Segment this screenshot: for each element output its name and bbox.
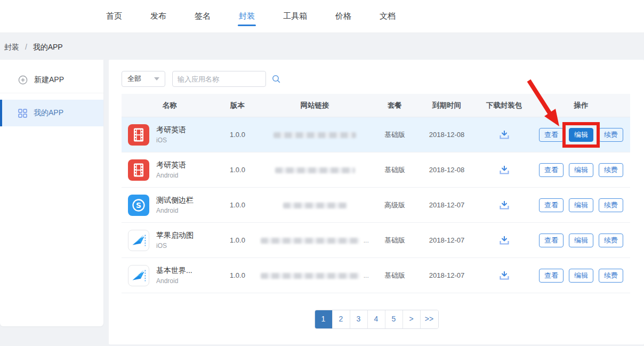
breadcrumb: 封装 / 我的APP xyxy=(4,43,63,52)
renew-button[interactable]: 续费 xyxy=(599,163,623,177)
bird-icon xyxy=(128,230,149,251)
breadcrumb-parent[interactable]: 封装 xyxy=(4,43,19,51)
nav-item-3[interactable]: 签名 xyxy=(194,0,212,33)
table-row: 考研英语 Android 1.0.0 ... 基础版 2018-12-08 查看… xyxy=(122,152,630,188)
edit-annotation-box: 编辑 xyxy=(562,122,600,148)
table-row: 基本世界... Android 1.0.0 ... 基础版 2018-12-07… xyxy=(122,258,630,293)
app-version: 1.0.0 xyxy=(218,271,257,279)
view-button[interactable]: 查看 xyxy=(539,198,564,212)
masked-link xyxy=(275,167,355,173)
header-download: 下载封装包 xyxy=(476,101,532,110)
view-button[interactable]: 查看 xyxy=(539,269,564,283)
download-icon[interactable] xyxy=(498,270,511,281)
app-package: 基础版 xyxy=(372,165,417,175)
s-circle-icon: S xyxy=(128,195,149,216)
chevron-down-icon xyxy=(154,77,159,81)
app-name: 考研英语 xyxy=(156,125,186,135)
app-version: 1.0.0 xyxy=(218,131,257,139)
svg-text:S: S xyxy=(136,201,141,210)
app-expiry: 2018-12-08 xyxy=(417,166,476,174)
app-package: 基础版 xyxy=(372,271,417,280)
main-panel: 全部 名称 版本 网站链接 套餐 到期时间 下载封装包 操作 考研英语 iOS xyxy=(109,60,644,344)
table-row: S 测试侧边栏 Android 1.0.0 ... 高级版 2018-12-07… xyxy=(122,188,630,223)
view-button[interactable]: 查看 xyxy=(539,234,564,247)
header-actions: 操作 xyxy=(532,101,630,110)
masked-link xyxy=(261,273,359,279)
edit-annotation-box: 编辑 xyxy=(569,163,593,177)
search-icon[interactable] xyxy=(271,74,281,84)
app-name: 测试侧边栏 xyxy=(156,196,194,205)
app-platform: Android xyxy=(156,207,194,214)
edit-button[interactable]: 编辑 xyxy=(569,269,593,283)
app-package: 基础版 xyxy=(372,236,417,245)
next-page-button[interactable]: > xyxy=(403,310,421,328)
nav-item-7[interactable]: 文档 xyxy=(379,0,397,33)
app-platform: Android xyxy=(156,172,186,179)
search-box xyxy=(172,71,266,87)
search-input[interactable] xyxy=(178,75,271,83)
masked-link xyxy=(261,238,359,244)
download-icon[interactable] xyxy=(498,199,511,211)
app-platform: iOS xyxy=(156,136,186,144)
plus-circle-icon xyxy=(18,75,28,85)
edit-button[interactable]: 编辑 xyxy=(569,163,593,177)
edit-annotation-box: 编辑 xyxy=(569,198,593,212)
nav-item-4[interactable]: 封装 xyxy=(238,0,256,33)
app-expiry: 2018-12-07 xyxy=(417,201,476,209)
page-button-2[interactable]: 2 xyxy=(333,310,350,328)
nav-item-6[interactable]: 价格 xyxy=(334,0,352,33)
film-icon xyxy=(128,159,149,181)
film-icon xyxy=(128,124,149,146)
header-name: 名称 xyxy=(122,101,218,110)
page-button-5[interactable]: 5 xyxy=(385,310,403,328)
nav-item-1[interactable]: 首页 xyxy=(105,0,123,33)
last-page-button[interactable]: >> xyxy=(421,310,438,328)
renew-button[interactable]: 续费 xyxy=(599,128,623,142)
sidebar-item-1[interactable]: 新建APP xyxy=(0,67,103,93)
app-name: 基本世界... xyxy=(156,266,192,276)
edit-button[interactable]: 编辑 xyxy=(569,234,593,247)
category-select[interactable]: 全部 xyxy=(122,71,165,87)
table-row: 考研英语 iOS 1.0.0 ... 基础版 2018-12-08 查看 编辑 … xyxy=(122,117,630,152)
view-button[interactable]: 查看 xyxy=(539,163,564,177)
renew-button[interactable]: 续费 xyxy=(599,198,623,212)
nav-item-2[interactable]: 发布 xyxy=(149,0,167,33)
pagination: 12345 > >> xyxy=(109,310,644,329)
download-icon[interactable] xyxy=(498,164,511,176)
app-version: 1.0.0 xyxy=(218,201,257,209)
page-button-3[interactable]: 3 xyxy=(350,310,368,328)
download-icon[interactable] xyxy=(498,235,511,246)
breadcrumb-separator: / xyxy=(25,43,27,51)
bird-icon xyxy=(128,265,149,286)
renew-button[interactable]: 续费 xyxy=(599,269,623,283)
page-button-4[interactable]: 4 xyxy=(368,310,385,328)
page-button-1[interactable]: 1 xyxy=(315,310,333,328)
app-package: 基础版 xyxy=(372,130,417,140)
pager: 12345 > >> xyxy=(315,310,439,329)
grid-icon xyxy=(18,109,27,118)
sidebar-item-2[interactable]: 我的APP xyxy=(0,100,103,126)
table-row: 苹果启动图 iOS 1.0.0 ... 基础版 2018-12-07 查看 编辑… xyxy=(122,223,630,258)
app-version: 1.0.0 xyxy=(218,166,257,174)
edit-annotation-box: 编辑 xyxy=(569,234,593,247)
app-package: 高级版 xyxy=(372,200,417,210)
edit-annotation-box: 编辑 xyxy=(569,269,593,283)
sidebar: 新建APP 我的APP xyxy=(0,60,103,326)
download-icon[interactable] xyxy=(498,129,511,141)
masked-link xyxy=(283,203,347,208)
edit-button[interactable]: 编辑 xyxy=(569,128,593,142)
view-button[interactable]: 查看 xyxy=(539,128,564,142)
app-expiry: 2018-12-08 xyxy=(417,131,476,139)
category-select-value: 全部 xyxy=(127,74,141,84)
filter-bar: 全部 xyxy=(122,71,266,87)
link-ellipsis: ... xyxy=(364,272,369,279)
app-table: 名称 版本 网站链接 套餐 到期时间 下载封装包 操作 考研英语 iOS 1.0… xyxy=(122,94,630,293)
nav-item-5[interactable]: 工具箱 xyxy=(282,0,308,33)
top-nav: 首页发布签名封装工具箱价格文档 xyxy=(0,0,644,33)
app-name: 考研英语 xyxy=(156,160,186,170)
renew-button[interactable]: 续费 xyxy=(599,234,623,247)
top-nav-items: 首页发布签名封装工具箱价格文档 xyxy=(105,0,423,33)
link-ellipsis: ... xyxy=(364,237,369,244)
edit-button[interactable]: 编辑 xyxy=(569,198,593,212)
app-expiry: 2018-12-07 xyxy=(417,271,476,279)
